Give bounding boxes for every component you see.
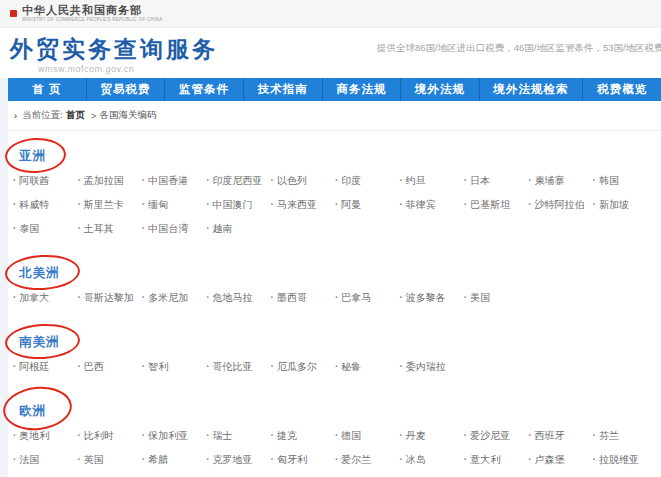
bullet-icon: · [77,361,80,372]
country-link[interactable]: ·拉脱维亚 [593,453,657,467]
country-label: 保加利亚 [148,429,188,443]
section-title: 亚洲 [19,149,46,163]
country-link[interactable]: ·越南 [206,222,270,236]
country-link[interactable]: ·巴基斯坦 [464,198,528,212]
country-link[interactable]: ·多米尼加 [142,291,206,305]
country-link[interactable]: ·哥伦比亚 [206,360,270,374]
country-label: 菲律宾 [406,198,436,212]
country-label: 冰岛 [406,453,426,467]
country-link[interactable]: ·阿曼 [335,198,399,212]
country-link[interactable]: ·厄瓜多尔 [271,360,335,374]
country-link[interactable]: ·中国澳门 [206,198,270,212]
country-link[interactable]: ·阿联酋 [13,174,77,188]
country-link[interactable]: ·保加利亚 [142,429,206,443]
country-label: 阿联酋 [19,174,49,188]
country-link[interactable]: ·秘鲁 [335,360,399,374]
country-link[interactable]: ·匈牙利 [271,453,335,467]
country-label: 印度尼西亚 [213,174,263,188]
country-label: 克罗地亚 [213,453,253,467]
country-link[interactable]: ·英国 [77,453,141,467]
country-label: 加拿大 [19,291,49,305]
bullet-icon: · [464,430,467,441]
country-link[interactable]: ·波多黎各 [399,291,463,305]
country-link[interactable]: ·斯里兰卡 [77,198,141,212]
country-link[interactable]: ·土耳其 [77,222,141,236]
country-label: 哥伦比亚 [213,360,253,374]
breadcrumb: › 当前位置: 首页 > 各国海关编码 [8,101,661,131]
country-link[interactable]: ·印度尼西亚 [206,174,270,188]
country-link[interactable]: ·泰国 [13,222,77,236]
country-link[interactable]: ·奥地利 [13,429,77,443]
country-link[interactable]: ·意大利 [464,453,528,467]
country-link[interactable]: ·以色列 [271,174,335,188]
country-link[interactable]: ·智利 [142,360,206,374]
bullet-icon: · [13,292,16,303]
country-link[interactable]: ·爱沙尼亚 [464,429,528,443]
country-link[interactable]: ·柬埔寨 [528,174,592,188]
country-link[interactable]: ·巴拿马 [335,291,399,305]
country-link[interactable]: ·危地马拉 [206,291,270,305]
country-link[interactable]: ·瑞士 [206,429,270,443]
bullet-icon: · [399,199,402,210]
country-link[interactable]: ·缅甸 [142,198,206,212]
country-link[interactable]: ·比利时 [77,429,141,443]
nav-tab-7[interactable]: 境外法规检索 [479,78,582,101]
country-link[interactable]: ·日本 [464,174,528,188]
nav-tab-6[interactable]: 境外法规 [400,78,479,101]
bullet-icon: · [593,430,596,441]
country-label: 巴拿马 [341,291,371,305]
country-link[interactable]: ·沙特阿拉伯 [528,198,592,212]
country-link[interactable]: ·西班牙 [528,429,592,443]
country-link[interactable]: ·法国 [13,453,77,467]
country-link[interactable]: ·印度 [335,174,399,188]
country-link[interactable]: ·墨西哥 [271,291,335,305]
breadcrumb-current: 各国海关编码 [99,109,156,122]
nav-tab-1[interactable]: 首 页 [8,78,86,101]
country-link[interactable]: ·美国 [464,291,528,305]
country-link[interactable]: ·德国 [335,429,399,443]
country-link[interactable]: ·中国台湾 [142,222,206,236]
nav-tab-4[interactable]: 技术指南 [243,78,322,101]
country-link[interactable]: ·约旦 [399,174,463,188]
country-link[interactable]: ·巴西 [77,360,141,374]
bullet-icon: · [399,430,402,441]
country-link[interactable]: ·新加坡 [593,198,657,212]
country-link[interactable]: ·委内瑞拉 [399,360,463,374]
country-link[interactable]: ·中国香港 [142,174,206,188]
country-link[interactable]: ·哥斯达黎加 [77,291,141,305]
country-label: 爱尔兰 [341,453,371,467]
country-link[interactable]: ·孟加拉国 [77,174,141,188]
bullet-icon: · [335,199,338,210]
country-label: 瑞士 [213,429,233,443]
continent-section-1: 亚洲·阿联酋·孟加拉国·中国香港·印度尼西亚·以色列·印度·约旦·日本·柬埔寨·… [13,146,657,236]
country-link[interactable]: ·捷克 [271,429,335,443]
nav-tab-5[interactable]: 商务法规 [322,78,401,101]
nav-tab-8[interactable]: 税费概览 [582,78,661,101]
country-link[interactable]: ·卢森堡 [528,453,592,467]
country-link[interactable]: ·芬兰 [593,429,657,443]
country-label: 中国香港 [148,174,188,188]
country-link[interactable]: ·菲律宾 [399,198,463,212]
country-label: 美国 [470,291,490,305]
breadcrumb-separator: > [91,110,97,121]
gov-logo-cn: 中华人民共和国商务部 [22,5,163,16]
country-grid: ·加拿大·哥斯达黎加·多米尼加·危地马拉·墨西哥·巴拿马·波多黎各·美国 [13,291,657,305]
country-link[interactable]: ·阿根廷 [13,360,77,374]
country-link[interactable]: ·加拿大 [13,291,77,305]
country-link[interactable]: ·爱尔兰 [335,453,399,467]
nav-tab-2[interactable]: 贸易税费 [86,78,165,101]
country-label: 马来西亚 [277,198,317,212]
country-label: 中国台湾 [148,222,188,236]
country-link[interactable]: ·韩国 [593,174,657,188]
country-link[interactable]: ·希腊 [142,453,206,467]
breadcrumb-home-link[interactable]: 首页 [66,109,85,122]
country-link[interactable]: ·冰岛 [399,453,463,467]
country-link[interactable]: ·克罗地亚 [206,453,270,467]
bullet-icon: · [593,175,596,186]
country-link[interactable]: ·科威特 [13,198,77,212]
nav-tab-3[interactable]: 监管条件 [164,78,243,101]
breadcrumb-arrow-icon: › [14,111,17,121]
bullet-icon: · [271,454,274,465]
country-link[interactable]: ·丹麦 [399,429,463,443]
country-link[interactable]: ·马来西亚 [271,198,335,212]
